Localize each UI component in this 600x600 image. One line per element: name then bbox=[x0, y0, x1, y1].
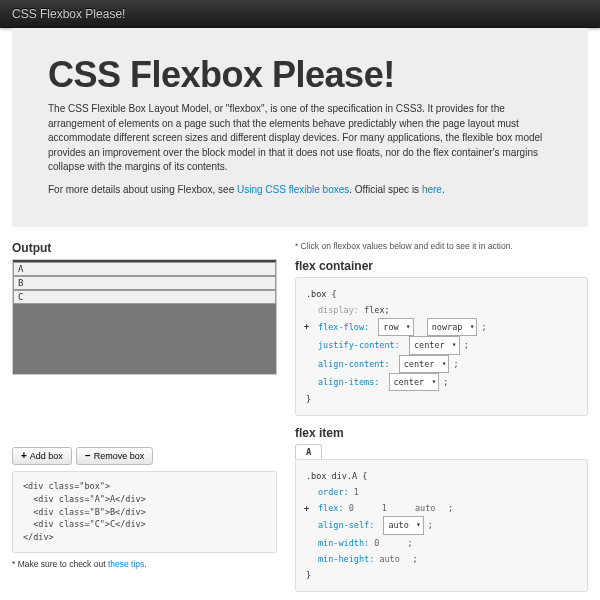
flex-container-heading: flex container bbox=[295, 259, 588, 273]
align-self-label[interactable]: align-self: bbox=[318, 520, 374, 530]
min-height-label[interactable]: min-height: bbox=[318, 554, 374, 564]
columns: Output A B C +Add box −Remove box <div c… bbox=[0, 241, 600, 600]
container-selector: .box { bbox=[306, 286, 577, 302]
display-label: display: bbox=[318, 305, 359, 315]
link-flex-guide[interactable]: Using CSS flexible boxes bbox=[237, 184, 349, 195]
align-content-line: align-content: center; bbox=[306, 355, 577, 373]
flex-grow-value[interactable]: 0 bbox=[349, 500, 377, 516]
brand-title[interactable]: CSS Flexbox Please! bbox=[12, 7, 125, 21]
expand-icon[interactable]: + bbox=[304, 500, 309, 516]
display-value: flex; bbox=[364, 305, 390, 315]
tips-suffix: . bbox=[144, 559, 146, 569]
expand-icon[interactable]: + bbox=[304, 318, 309, 334]
flex-item-code: .box div.A { order: 1 + flex: 0 1 auto ;… bbox=[295, 459, 588, 592]
flex-label[interactable]: flex: bbox=[318, 503, 344, 513]
item-tabs: A bbox=[295, 444, 588, 459]
output-heading: Output bbox=[12, 241, 277, 255]
hero-more: For more details about using Flexbox, se… bbox=[48, 183, 552, 198]
flex-item-heading: flex item bbox=[295, 426, 588, 440]
align-self-line: align-self: auto; bbox=[306, 516, 577, 534]
hero-more-mid: . Official spec is bbox=[349, 184, 422, 195]
remove-box-button[interactable]: −Remove box bbox=[76, 447, 153, 465]
edit-hint: * Click on flexbox values below and edit… bbox=[295, 241, 588, 251]
container-close: } bbox=[306, 391, 577, 407]
plus-icon: + bbox=[21, 451, 27, 461]
minus-icon: − bbox=[85, 451, 91, 461]
left-column: Output A B C +Add box −Remove box <div c… bbox=[12, 241, 277, 592]
order-label[interactable]: order: bbox=[318, 487, 349, 497]
preview-box-b[interactable]: B bbox=[13, 276, 276, 290]
flex-wrap-select[interactable]: nowrap bbox=[427, 318, 478, 336]
tips-prefix: * Make sure to check out bbox=[12, 559, 108, 569]
preview-empty-area bbox=[13, 304, 276, 374]
button-row: +Add box −Remove box bbox=[12, 447, 277, 465]
item-selector: .box div.A { bbox=[306, 468, 577, 484]
hero-description: The CSS Flexible Box Layout Model, or "f… bbox=[48, 102, 552, 175]
page-title: CSS Flexbox Please! bbox=[48, 54, 552, 96]
flex-container-code: .box { display: flex; + flex-flow: row n… bbox=[295, 277, 588, 416]
align-items-label[interactable]: align-items: bbox=[318, 377, 379, 387]
align-items-select[interactable]: center bbox=[389, 373, 440, 391]
min-height-line: min-height: auto ; bbox=[306, 551, 577, 567]
link-tips[interactable]: these tips bbox=[108, 559, 144, 569]
preview-box-a[interactable]: A bbox=[13, 262, 276, 276]
flex-container-preview: A B C bbox=[13, 260, 276, 304]
add-box-button[interactable]: +Add box bbox=[12, 447, 72, 465]
order-value[interactable]: 1 bbox=[354, 484, 382, 500]
min-width-value[interactable]: 0 bbox=[374, 535, 402, 551]
flex-basis-value[interactable]: auto bbox=[415, 500, 443, 516]
flex-flow-line: + flex-flow: row nowrap; bbox=[306, 318, 577, 336]
link-spec[interactable]: here bbox=[422, 184, 442, 195]
hero: CSS Flexbox Please! The CSS Flexible Box… bbox=[12, 28, 588, 227]
topbar: CSS Flexbox Please! bbox=[0, 0, 600, 28]
align-content-select[interactable]: center bbox=[399, 355, 450, 373]
flex-direction-select[interactable]: row bbox=[378, 318, 413, 336]
align-content-label[interactable]: align-content: bbox=[318, 359, 390, 369]
preview-box-c[interactable]: C bbox=[13, 290, 276, 304]
hero-more-suffix: . bbox=[442, 184, 445, 195]
justify-content-select[interactable]: center bbox=[409, 336, 460, 354]
tab-a[interactable]: A bbox=[295, 444, 322, 460]
align-self-select[interactable]: auto bbox=[383, 516, 423, 534]
hero-more-prefix: For more details about using Flexbox, se… bbox=[48, 184, 237, 195]
flex-line: + flex: 0 1 auto ; bbox=[306, 500, 577, 516]
add-box-label: Add box bbox=[30, 451, 63, 461]
min-width-label[interactable]: min-width: bbox=[318, 538, 369, 548]
tips-note: * Make sure to check out these tips. bbox=[12, 559, 277, 569]
item-close: } bbox=[306, 567, 577, 583]
markup-output[interactable]: <div class="box"> <div class="A">A</div>… bbox=[12, 471, 277, 553]
align-items-line: align-items: center; bbox=[306, 373, 577, 391]
justify-content-line: justify-content: center; bbox=[306, 336, 577, 354]
display-line: display: flex; bbox=[306, 302, 577, 318]
min-height-value[interactable]: auto bbox=[379, 551, 407, 567]
min-width-line: min-width: 0 ; bbox=[306, 535, 577, 551]
output-preview: A B C bbox=[12, 259, 277, 375]
remove-box-label: Remove box bbox=[94, 451, 145, 461]
right-column: * Click on flexbox values below and edit… bbox=[295, 241, 588, 592]
flex-shrink-value[interactable]: 1 bbox=[382, 500, 410, 516]
order-line: order: 1 bbox=[306, 484, 577, 500]
justify-content-label[interactable]: justify-content: bbox=[318, 340, 400, 350]
flex-flow-label[interactable]: flex-flow: bbox=[318, 322, 369, 332]
